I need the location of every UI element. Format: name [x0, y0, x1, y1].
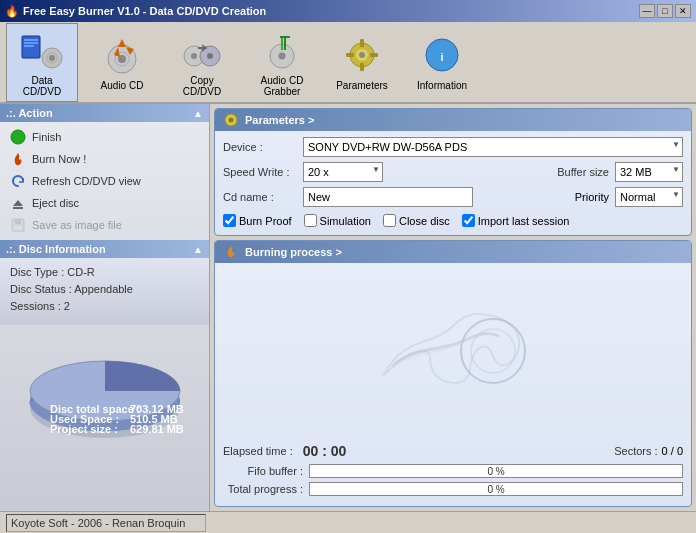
- disc-info-section: .:. Disc Information ▲ Disc Type : CD-R …: [0, 240, 209, 325]
- finish-label: Finish: [32, 131, 61, 143]
- save-image-icon: [10, 217, 26, 233]
- priority-label: Priority: [575, 191, 609, 203]
- toolbar-audio-cd-label: Audio CD: [101, 80, 144, 91]
- burning-process-box: Burning process >: [214, 240, 692, 507]
- svg-point-19: [359, 52, 365, 58]
- burning-process-title: Burning process >: [245, 246, 342, 258]
- sectors-value: 0 / 0: [662, 445, 683, 457]
- burn-now-icon: [10, 151, 26, 167]
- action-finish[interactable]: Finish: [0, 126, 209, 148]
- eject-icon: [10, 195, 26, 211]
- device-select-wrapper[interactable]: SONY DVD+RW DW-D56A PDS: [303, 137, 683, 157]
- priority-wrapper[interactable]: Normal: [615, 187, 683, 207]
- params-gear-icon: [223, 112, 239, 128]
- buffer-select[interactable]: 32 MB: [615, 162, 683, 182]
- toolbar-audio-cd-grabber-label: Audio CD Grabber: [251, 75, 313, 97]
- device-row: Device : SONY DVD+RW DW-D56A PDS: [223, 137, 683, 157]
- toolbar: Data CD/DVD Audio CD: [0, 22, 696, 104]
- burn-proof-input[interactable]: [223, 214, 236, 227]
- action-section-header: .:. Action ▲: [0, 104, 209, 122]
- elapsed-time-value: 00 : 00: [303, 443, 347, 459]
- disc-info-section-header: .:. Disc Information ▲: [0, 240, 209, 258]
- fifo-buffer-progress: 0 %: [309, 464, 683, 478]
- total-progress-progress: 0 %: [309, 482, 683, 496]
- svg-rect-20: [360, 39, 364, 47]
- refresh-label: Refresh CD/DVD view: [32, 175, 141, 187]
- toolbar-audio-cd-grabber[interactable]: Audio CD Grabber: [246, 23, 318, 102]
- burn-proof-checkbox[interactable]: Burn Proof: [223, 214, 292, 227]
- action-burn-now[interactable]: Burn Now !: [0, 148, 209, 170]
- cd-name-input[interactable]: [303, 187, 473, 207]
- audio-cd-grabber-icon: [260, 28, 304, 72]
- buffer-wrapper[interactable]: 32 MB: [615, 162, 683, 182]
- parameters-body: Device : SONY DVD+RW DW-D56A PDS Speed W…: [215, 131, 691, 235]
- svg-rect-27: [13, 207, 23, 209]
- speed-write-label: Speed Write :: [223, 166, 303, 178]
- svg-rect-21: [360, 63, 364, 71]
- svg-rect-1: [24, 39, 38, 41]
- toolbar-copy-cd-dvd-label: Copy CD/DVD: [171, 75, 233, 97]
- svg-point-41: [229, 118, 234, 123]
- action-list: Finish Burn Now ! Refresh CD/DVD view: [0, 122, 209, 240]
- import-last-session-input[interactable]: [462, 214, 475, 227]
- finish-icon: [10, 129, 26, 145]
- simulation-label: Simulation: [320, 215, 371, 227]
- disc-info-collapse-button[interactable]: ▲: [193, 244, 203, 255]
- speed-select[interactable]: 20 x: [303, 162, 383, 182]
- save-image-label: Save as image file: [32, 219, 122, 231]
- app-icon: 🔥: [5, 5, 19, 18]
- close-disc-input[interactable]: [383, 214, 396, 227]
- simulation-input[interactable]: [304, 214, 317, 227]
- action-save-image[interactable]: Save as image file: [0, 214, 209, 236]
- toolbar-data-cd-dvd[interactable]: Data CD/DVD: [6, 23, 78, 102]
- total-progress-text: 0 %: [310, 483, 682, 497]
- burn-proof-label: Burn Proof: [239, 215, 292, 227]
- information-icon: i: [420, 33, 464, 77]
- svg-point-11: [191, 53, 197, 59]
- import-last-session-checkbox[interactable]: Import last session: [462, 214, 570, 227]
- sectors-label: Sectors :: [614, 445, 657, 457]
- action-refresh[interactable]: Refresh CD/DVD view: [0, 170, 209, 192]
- title-bar-controls: — □ ✕: [639, 4, 691, 18]
- minimize-button[interactable]: —: [639, 4, 655, 18]
- pie-container: Disc total space : Used Space : Project …: [15, 333, 195, 443]
- svg-rect-16: [281, 38, 283, 50]
- parameters-box: Parameters > Device : SONY DVD+RW DW-D56…: [214, 108, 692, 236]
- toolbar-audio-cd[interactable]: Audio CD: [86, 28, 158, 96]
- title-bar-left: 🔥 Free Easy Burner V1.0 - Data CD/DVD Cr…: [5, 5, 266, 18]
- speed-wrapper[interactable]: 20 x: [303, 162, 383, 182]
- device-select[interactable]: SONY DVD+RW DW-D56A PDS: [303, 137, 683, 157]
- simulation-checkbox[interactable]: Simulation: [304, 214, 371, 227]
- burn-flame-icon: [223, 244, 239, 260]
- toolbar-parameters[interactable]: Parameters: [326, 28, 398, 96]
- fifo-buffer-text: 0 %: [310, 465, 682, 479]
- title-bar: 🔥 Free Easy Burner V1.0 - Data CD/DVD Cr…: [0, 0, 696, 22]
- elapsed-time-label: Elapsed time :: [223, 445, 293, 457]
- disc-status-value: Appendable: [74, 283, 133, 295]
- status-text: Koyote Soft - 2006 - Renan Broquin: [6, 514, 206, 532]
- close-button[interactable]: ✕: [675, 4, 691, 18]
- action-eject[interactable]: Eject disc: [0, 192, 209, 214]
- disc-status-row: Disc Status : Appendable: [10, 283, 199, 295]
- close-disc-checkbox[interactable]: Close disc: [383, 214, 450, 227]
- toolbar-parameters-label: Parameters: [336, 80, 388, 91]
- status-bar: Koyote Soft - 2006 - Renan Broquin: [0, 511, 696, 533]
- total-progress-row: Total progress : 0 %: [223, 482, 683, 496]
- action-section-title: .:. Action: [6, 107, 53, 119]
- action-collapse-button[interactable]: ▲: [193, 108, 203, 119]
- toolbar-copy-cd-dvd[interactable]: Copy CD/DVD: [166, 23, 238, 102]
- maximize-button[interactable]: □: [657, 4, 673, 18]
- eject-label: Eject disc: [32, 197, 79, 209]
- svg-point-13: [207, 53, 213, 59]
- disc-info-content: Disc Type : CD-R Disc Status : Appendabl…: [0, 258, 209, 325]
- svg-point-5: [49, 55, 55, 61]
- sessions-value: 2: [64, 300, 70, 312]
- burn-animation-svg: [353, 296, 553, 416]
- audio-cd-icon: [100, 33, 144, 77]
- burn-animation-area: [223, 269, 683, 443]
- toolbar-information[interactable]: i Information: [406, 28, 478, 96]
- priority-select[interactable]: Normal: [615, 187, 683, 207]
- parameters-header: Parameters >: [215, 109, 691, 131]
- svg-text:i: i: [440, 51, 443, 63]
- refresh-icon: [10, 173, 26, 189]
